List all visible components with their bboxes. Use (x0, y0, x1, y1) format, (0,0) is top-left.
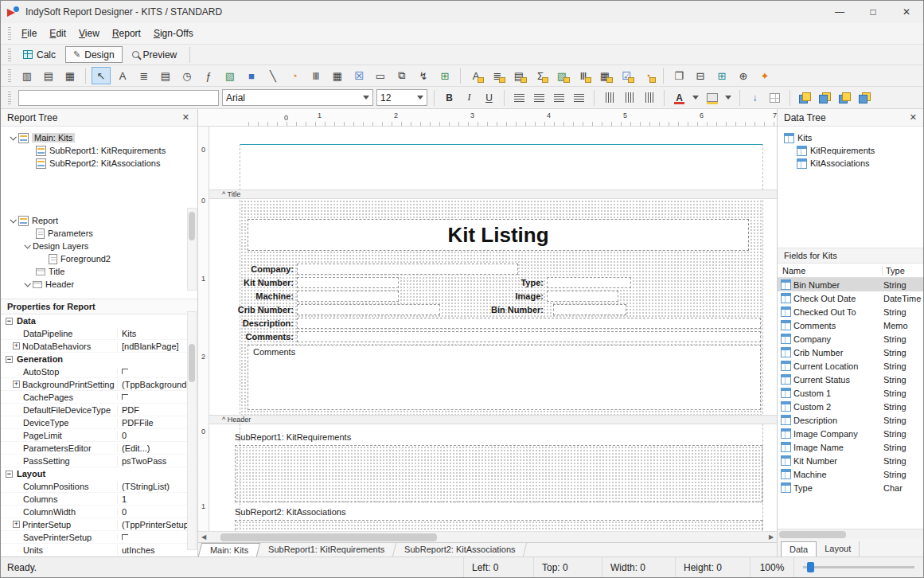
zoom-slider[interactable] (793, 557, 923, 577)
description-label[interactable]: Description: (224, 318, 294, 329)
property-row[interactable]: DataPipelineKits (1, 327, 197, 340)
column-type[interactable]: Type (882, 266, 924, 275)
report-canvas[interactable]: ^ Title Kit Listing Company: Kit Number:… (209, 127, 777, 531)
property-row[interactable]: CachePages (1, 391, 197, 404)
machine-field-box[interactable] (297, 291, 399, 302)
image-label[interactable]: Image: (488, 291, 544, 302)
tree-item-parameters[interactable]: Parameters (1, 227, 197, 240)
pagestyle-tool-icon[interactable]: ❐ (669, 67, 688, 84)
checkbox-tool-icon[interactable]: ☒ (349, 67, 368, 84)
property-row[interactable]: Columns1 (1, 493, 197, 506)
bin-number-label[interactable]: Bin Number: (488, 304, 544, 315)
field-row[interactable]: MachineString (778, 467, 924, 481)
property-row[interactable]: PassSettingpsTwoPass (1, 455, 197, 467)
close-panel-icon[interactable]: ✕ (908, 112, 918, 123)
properties-scrollbar[interactable] (187, 311, 197, 550)
font-name-combo[interactable]: Arial (222, 89, 373, 106)
field-row[interactable]: Bin NumberString (778, 278, 924, 291)
tab-data[interactable]: Data (781, 541, 817, 557)
table-tool-icon[interactable]: ⊞ (712, 67, 731, 84)
properties-section-generation[interactable]: Generation (1, 353, 197, 365)
scroll-left-icon[interactable]: ◀ (198, 533, 209, 541)
align-top-icon[interactable] (601, 89, 618, 106)
property-row[interactable]: ParametersEditor(Edit...) (1, 442, 197, 455)
field-row[interactable]: CompanyString (778, 332, 924, 346)
property-row[interactable]: ColumnPositions(TStringList) (1, 480, 197, 493)
scroll-right-icon[interactable]: ▶ (766, 533, 777, 541)
align-center-icon[interactable] (531, 89, 548, 106)
crib-number-label[interactable]: Crib Number: (224, 304, 294, 315)
field-row[interactable]: Crib NumberString (778, 346, 924, 359)
field-row[interactable]: Current LocationString (778, 359, 924, 373)
align-right-icon[interactable] (551, 89, 567, 106)
zoom-slider-track[interactable] (803, 566, 914, 568)
close-panel-icon[interactable]: ✕ (181, 112, 191, 123)
expand-icon[interactable] (13, 342, 20, 350)
menu-file[interactable]: File (15, 25, 43, 42)
expand-icon[interactable] (13, 381, 20, 388)
font-color-button[interactable]: A (671, 89, 688, 106)
align-bottom-icon[interactable] (641, 89, 657, 106)
dbtext-tool-icon[interactable]: A (466, 67, 485, 84)
field-row[interactable]: CommentsMemo (778, 318, 924, 332)
property-row[interactable]: SavePrinterSetup (1, 531, 197, 544)
crosstab-tool-icon[interactable]: ⊞ (435, 67, 454, 84)
maximize-button[interactable]: □ (856, 1, 890, 23)
field-row[interactable]: Current StatusString (778, 373, 924, 386)
property-row[interactable]: BackgroundPrintSetting(TppBackgroundP (1, 378, 197, 391)
company-field-box[interactable] (297, 264, 518, 275)
header-band-divider[interactable]: ^ Header (209, 415, 777, 424)
send-to-back-button[interactable] (817, 89, 833, 106)
type-label[interactable]: Type: (488, 277, 544, 288)
toolbar-grip[interactable] (8, 49, 11, 61)
doc-tab-subreport1[interactable]: SubReport1: KitRequirements (257, 543, 396, 557)
menu-sign-offs[interactable]: Sign-Offs (147, 25, 200, 42)
dbcalc-tool-icon[interactable]: Σ (531, 67, 550, 84)
variable-tool-icon[interactable]: ƒ (199, 67, 218, 84)
property-row[interactable]: ColumnWidth0 (1, 506, 197, 518)
subreport1-label[interactable]: SubReport1: KitRequirements (235, 432, 351, 442)
field-row[interactable]: Checked Out ToString (778, 305, 924, 318)
dbmemo-tool-icon[interactable]: ≣ (488, 67, 507, 84)
comments-memo-box[interactable]: Comments (248, 345, 761, 410)
kit-number-label[interactable]: Kit Number: (224, 277, 294, 288)
subreport-tool-icon[interactable]: ⧉ (392, 67, 411, 84)
grid-options-button[interactable] (766, 89, 783, 106)
bring-to-front-button[interactable] (797, 89, 813, 106)
minimize-button[interactable]: — (823, 1, 856, 23)
column-name[interactable]: Name (778, 266, 882, 275)
toolbar-grip[interactable] (8, 69, 11, 82)
tab-design[interactable]: ✎Design (65, 46, 123, 63)
tree-item-main-kits[interactable]: Main: Kits (10, 131, 197, 144)
tree-scrollbar[interactable] (187, 208, 197, 291)
object-name-input[interactable] (18, 90, 219, 106)
tree-item-title-band[interactable]: Title (1, 265, 197, 278)
align-left-icon[interactable] (511, 89, 528, 106)
kit-number-field-box[interactable] (297, 277, 399, 288)
font-size-combo[interactable]: 12 (376, 89, 427, 106)
label-tool-icon[interactable]: A (113, 67, 132, 84)
menu-view[interactable]: View (72, 25, 106, 42)
dbbarcode-tool-icon[interactable]: Ⅲ (574, 67, 593, 84)
subreport2-label[interactable]: SubReport2: KitAssociations (235, 507, 345, 517)
field-row[interactable]: TypeChar (778, 481, 924, 494)
wizard-tool-icon[interactable]: ✦ (755, 67, 774, 84)
tree-item-design-layers[interactable]: Design Layers (1, 240, 197, 252)
tree-item-kits[interactable]: Kits (784, 131, 924, 144)
bin-number-field-box[interactable] (553, 304, 626, 315)
align-toolbar-icon[interactable]: ▦ (60, 67, 80, 84)
chart-tool-icon[interactable]: ◔ (285, 67, 304, 84)
db2dbarcode-tool-icon[interactable]: ▦ (595, 67, 614, 84)
company-label[interactable]: Company: (224, 264, 294, 275)
bold-button[interactable]: B (441, 89, 458, 106)
subreport1-box[interactable] (235, 445, 762, 502)
field-row[interactable]: Image CompanyString (778, 427, 924, 440)
tree-item-header-band[interactable]: Header (1, 278, 197, 291)
fields-horizontal-scrollbar[interactable] (778, 529, 924, 539)
line-tool-icon[interactable]: ╲ (263, 67, 283, 84)
property-row[interactable]: PageLimit0 (1, 429, 197, 442)
richtext-tool-icon[interactable]: ▤ (156, 67, 175, 84)
region-tool-icon[interactable]: ▭ (371, 67, 390, 84)
image-tool-icon[interactable]: ▧ (220, 67, 240, 84)
property-row[interactable]: PrinterSetup(TppPrinterSetup (1, 518, 197, 531)
